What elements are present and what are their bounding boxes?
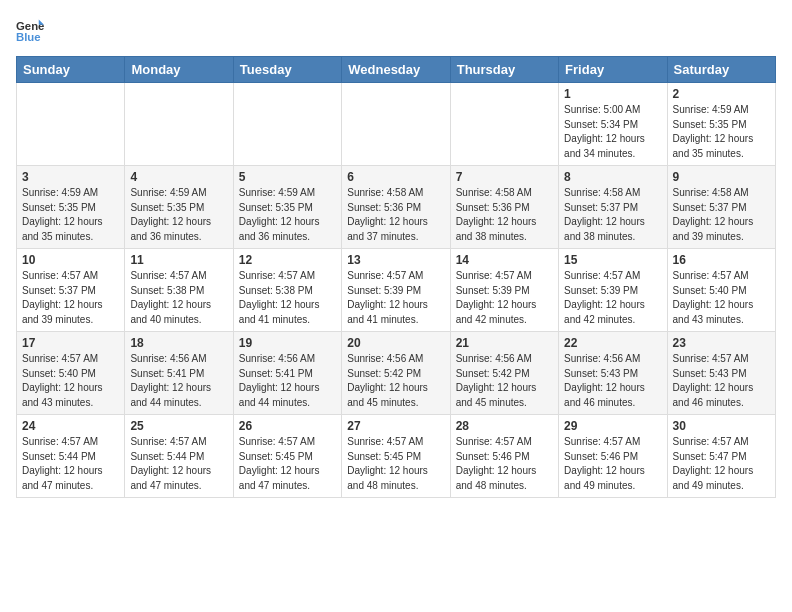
day-number: 15: [564, 253, 661, 267]
calendar-cell: [450, 83, 558, 166]
calendar-cell: 8Sunrise: 4:58 AM Sunset: 5:37 PM Daylig…: [559, 166, 667, 249]
day-number: 28: [456, 419, 553, 433]
calendar-cell: 7Sunrise: 4:58 AM Sunset: 5:36 PM Daylig…: [450, 166, 558, 249]
day-info: Sunrise: 4:59 AM Sunset: 5:35 PM Dayligh…: [239, 186, 336, 244]
calendar-cell: 3Sunrise: 4:59 AM Sunset: 5:35 PM Daylig…: [17, 166, 125, 249]
calendar-cell: [342, 83, 450, 166]
day-info: Sunrise: 4:57 AM Sunset: 5:38 PM Dayligh…: [130, 269, 227, 327]
day-info: Sunrise: 4:57 AM Sunset: 5:44 PM Dayligh…: [22, 435, 119, 493]
calendar-cell: 13Sunrise: 4:57 AM Sunset: 5:39 PM Dayli…: [342, 249, 450, 332]
weekday-header-friday: Friday: [559, 57, 667, 83]
day-number: 2: [673, 87, 770, 101]
day-info: Sunrise: 4:58 AM Sunset: 5:37 PM Dayligh…: [564, 186, 661, 244]
day-info: Sunrise: 4:59 AM Sunset: 5:35 PM Dayligh…: [22, 186, 119, 244]
day-number: 23: [673, 336, 770, 350]
calendar-cell: 10Sunrise: 4:57 AM Sunset: 5:37 PM Dayli…: [17, 249, 125, 332]
calendar-cell: 29Sunrise: 4:57 AM Sunset: 5:46 PM Dayli…: [559, 415, 667, 498]
calendar-table: SundayMondayTuesdayWednesdayThursdayFrid…: [16, 56, 776, 498]
day-info: Sunrise: 4:58 AM Sunset: 5:36 PM Dayligh…: [456, 186, 553, 244]
day-number: 5: [239, 170, 336, 184]
day-number: 25: [130, 419, 227, 433]
day-number: 26: [239, 419, 336, 433]
day-info: Sunrise: 4:57 AM Sunset: 5:44 PM Dayligh…: [130, 435, 227, 493]
calendar-cell: 24Sunrise: 4:57 AM Sunset: 5:44 PM Dayli…: [17, 415, 125, 498]
day-info: Sunrise: 4:57 AM Sunset: 5:39 PM Dayligh…: [564, 269, 661, 327]
calendar-cell: 20Sunrise: 4:56 AM Sunset: 5:42 PM Dayli…: [342, 332, 450, 415]
calendar-cell: 11Sunrise: 4:57 AM Sunset: 5:38 PM Dayli…: [125, 249, 233, 332]
page-header: General Blue: [16, 16, 776, 44]
day-info: Sunrise: 4:58 AM Sunset: 5:37 PM Dayligh…: [673, 186, 770, 244]
calendar-cell: [125, 83, 233, 166]
day-info: Sunrise: 4:56 AM Sunset: 5:42 PM Dayligh…: [456, 352, 553, 410]
day-info: Sunrise: 4:57 AM Sunset: 5:46 PM Dayligh…: [564, 435, 661, 493]
day-info: Sunrise: 4:56 AM Sunset: 5:43 PM Dayligh…: [564, 352, 661, 410]
day-number: 19: [239, 336, 336, 350]
calendar-week-row: 3Sunrise: 4:59 AM Sunset: 5:35 PM Daylig…: [17, 166, 776, 249]
day-number: 4: [130, 170, 227, 184]
calendar-week-row: 17Sunrise: 4:57 AM Sunset: 5:40 PM Dayli…: [17, 332, 776, 415]
calendar-cell: 19Sunrise: 4:56 AM Sunset: 5:41 PM Dayli…: [233, 332, 341, 415]
calendar-cell: 17Sunrise: 4:57 AM Sunset: 5:40 PM Dayli…: [17, 332, 125, 415]
day-number: 21: [456, 336, 553, 350]
day-number: 8: [564, 170, 661, 184]
day-number: 3: [22, 170, 119, 184]
day-info: Sunrise: 4:57 AM Sunset: 5:39 PM Dayligh…: [347, 269, 444, 327]
calendar-cell: 26Sunrise: 4:57 AM Sunset: 5:45 PM Dayli…: [233, 415, 341, 498]
calendar-cell: 25Sunrise: 4:57 AM Sunset: 5:44 PM Dayli…: [125, 415, 233, 498]
calendar-cell: 18Sunrise: 4:56 AM Sunset: 5:41 PM Dayli…: [125, 332, 233, 415]
calendar-cell: 1Sunrise: 5:00 AM Sunset: 5:34 PM Daylig…: [559, 83, 667, 166]
day-info: Sunrise: 4:57 AM Sunset: 5:39 PM Dayligh…: [456, 269, 553, 327]
day-info: Sunrise: 4:57 AM Sunset: 5:47 PM Dayligh…: [673, 435, 770, 493]
calendar-cell: 15Sunrise: 4:57 AM Sunset: 5:39 PM Dayli…: [559, 249, 667, 332]
calendar-cell: 9Sunrise: 4:58 AM Sunset: 5:37 PM Daylig…: [667, 166, 775, 249]
weekday-header-monday: Monday: [125, 57, 233, 83]
calendar-cell: 5Sunrise: 4:59 AM Sunset: 5:35 PM Daylig…: [233, 166, 341, 249]
calendar-cell: 30Sunrise: 4:57 AM Sunset: 5:47 PM Dayli…: [667, 415, 775, 498]
weekday-header-saturday: Saturday: [667, 57, 775, 83]
day-number: 7: [456, 170, 553, 184]
day-number: 10: [22, 253, 119, 267]
day-number: 12: [239, 253, 336, 267]
weekday-header-tuesday: Tuesday: [233, 57, 341, 83]
logo-icon: General Blue: [16, 16, 44, 44]
day-number: 6: [347, 170, 444, 184]
calendar-cell: 6Sunrise: 4:58 AM Sunset: 5:36 PM Daylig…: [342, 166, 450, 249]
day-info: Sunrise: 4:57 AM Sunset: 5:38 PM Dayligh…: [239, 269, 336, 327]
day-info: Sunrise: 4:56 AM Sunset: 5:42 PM Dayligh…: [347, 352, 444, 410]
calendar-cell: 4Sunrise: 4:59 AM Sunset: 5:35 PM Daylig…: [125, 166, 233, 249]
calendar-week-row: 10Sunrise: 4:57 AM Sunset: 5:37 PM Dayli…: [17, 249, 776, 332]
weekday-header-wednesday: Wednesday: [342, 57, 450, 83]
day-info: Sunrise: 4:57 AM Sunset: 5:45 PM Dayligh…: [239, 435, 336, 493]
calendar-cell: [233, 83, 341, 166]
day-number: 14: [456, 253, 553, 267]
day-info: Sunrise: 5:00 AM Sunset: 5:34 PM Dayligh…: [564, 103, 661, 161]
day-number: 11: [130, 253, 227, 267]
day-number: 13: [347, 253, 444, 267]
weekday-header-thursday: Thursday: [450, 57, 558, 83]
calendar-week-row: 1Sunrise: 5:00 AM Sunset: 5:34 PM Daylig…: [17, 83, 776, 166]
svg-text:Blue: Blue: [16, 31, 41, 43]
day-number: 22: [564, 336, 661, 350]
day-info: Sunrise: 4:57 AM Sunset: 5:43 PM Dayligh…: [673, 352, 770, 410]
calendar-cell: 23Sunrise: 4:57 AM Sunset: 5:43 PM Dayli…: [667, 332, 775, 415]
day-info: Sunrise: 4:57 AM Sunset: 5:37 PM Dayligh…: [22, 269, 119, 327]
day-number: 27: [347, 419, 444, 433]
day-info: Sunrise: 4:58 AM Sunset: 5:36 PM Dayligh…: [347, 186, 444, 244]
calendar-cell: 14Sunrise: 4:57 AM Sunset: 5:39 PM Dayli…: [450, 249, 558, 332]
calendar-header-row: SundayMondayTuesdayWednesdayThursdayFrid…: [17, 57, 776, 83]
calendar-cell: 28Sunrise: 4:57 AM Sunset: 5:46 PM Dayli…: [450, 415, 558, 498]
day-info: Sunrise: 4:59 AM Sunset: 5:35 PM Dayligh…: [673, 103, 770, 161]
weekday-header-sunday: Sunday: [17, 57, 125, 83]
logo: General Blue: [16, 16, 48, 44]
calendar-cell: 22Sunrise: 4:56 AM Sunset: 5:43 PM Dayli…: [559, 332, 667, 415]
day-info: Sunrise: 4:57 AM Sunset: 5:40 PM Dayligh…: [22, 352, 119, 410]
calendar-cell: 2Sunrise: 4:59 AM Sunset: 5:35 PM Daylig…: [667, 83, 775, 166]
day-number: 30: [673, 419, 770, 433]
day-number: 9: [673, 170, 770, 184]
day-number: 24: [22, 419, 119, 433]
day-info: Sunrise: 4:56 AM Sunset: 5:41 PM Dayligh…: [130, 352, 227, 410]
day-info: Sunrise: 4:57 AM Sunset: 5:46 PM Dayligh…: [456, 435, 553, 493]
calendar-cell: 16Sunrise: 4:57 AM Sunset: 5:40 PM Dayli…: [667, 249, 775, 332]
calendar-cell: 27Sunrise: 4:57 AM Sunset: 5:45 PM Dayli…: [342, 415, 450, 498]
calendar-week-row: 24Sunrise: 4:57 AM Sunset: 5:44 PM Dayli…: [17, 415, 776, 498]
